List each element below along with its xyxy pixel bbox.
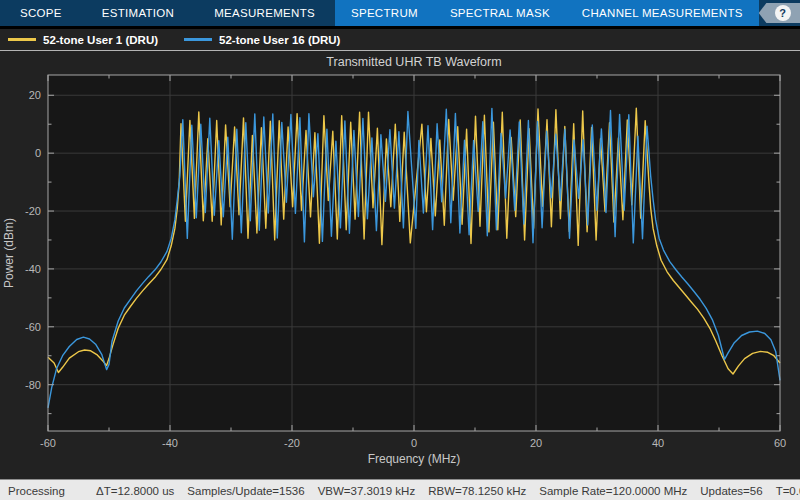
tab-scope[interactable]: SCOPE <box>0 0 82 26</box>
svg-text:0: 0 <box>35 147 41 159</box>
x-axis-label: Frequency (MHz) <box>368 452 461 466</box>
spectrum-plot-canvas[interactable]: -60-40-200204060200-20-40-60-80Transmitt… <box>0 51 800 479</box>
status-time: T=0.00 <box>776 485 800 497</box>
svg-text:-20: -20 <box>284 437 300 449</box>
tab-estimation[interactable]: ESTIMATION <box>82 0 194 26</box>
svg-text:20: 20 <box>530 437 542 449</box>
plot-title: Transmitted UHR TB Waveform <box>326 55 501 69</box>
tab-spectral-mask[interactable]: SPECTRAL MASK <box>434 0 566 26</box>
svg-text:40: 40 <box>652 437 664 449</box>
status-state: Processing <box>8 485 96 497</box>
svg-text:-40: -40 <box>25 263 41 275</box>
legend-item-user1[interactable]: 52-tone User 1 (DRU) <box>8 34 158 46</box>
spectrum-plot-area[interactable]: -60-40-200204060200-20-40-60-80Transmitt… <box>0 51 800 479</box>
svg-text:-60: -60 <box>40 437 56 449</box>
legend-line-user16-icon <box>184 38 212 41</box>
contextual-tab-group: SPECTRUM SPECTRAL MASK CHANNEL MEASUREME… <box>335 0 759 26</box>
svg-text:-40: -40 <box>162 437 178 449</box>
svg-text:-20: -20 <box>25 205 41 217</box>
toolbar-right: ? <box>759 0 800 26</box>
legend-strip: 52-tone User 1 (DRU) 52-tone User 16 (DR… <box>0 26 800 51</box>
status-samples-per-update: Samples/Update=1536 <box>187 485 304 497</box>
tab-spectrum[interactable]: SPECTRUM <box>335 0 434 26</box>
toolstrip: SCOPE ESTIMATION MEASUREMENTS SPECTRUM S… <box>0 0 800 26</box>
legend-item-user16[interactable]: 52-tone User 16 (DRU) <box>184 34 340 46</box>
legend-line-user1-icon <box>8 38 36 41</box>
status-bar: Processing ΔT=12.8000 us Samples/Update=… <box>0 479 800 500</box>
status-sample-rate: Sample Rate=120.0000 MHz <box>539 485 687 497</box>
status-rbw: RBW=78.1250 kHz <box>428 485 526 497</box>
tab-channel-measurements[interactable]: CHANNEL MEASUREMENTS <box>566 0 759 26</box>
status-delta-t: ΔT=12.8000 us <box>96 485 174 497</box>
question-mark-icon: ? <box>775 5 791 21</box>
legend-label-user16: 52-tone User 16 (DRU) <box>219 34 340 46</box>
tab-measurements[interactable]: MEASUREMENTS <box>194 0 335 26</box>
status-updates: Updates=56 <box>700 485 762 497</box>
svg-text:-60: -60 <box>25 321 41 333</box>
help-button[interactable]: ? <box>759 3 800 23</box>
legend-label-user1: 52-tone User 1 (DRU) <box>43 34 158 46</box>
svg-text:20: 20 <box>29 89 41 101</box>
svg-text:-80: -80 <box>25 379 41 391</box>
svg-text:60: 60 <box>774 437 786 449</box>
status-vbw: VBW=37.3019 kHz <box>318 485 415 497</box>
svg-text:0: 0 <box>411 437 417 449</box>
y-axis-label: Power (dBm) <box>2 218 16 288</box>
